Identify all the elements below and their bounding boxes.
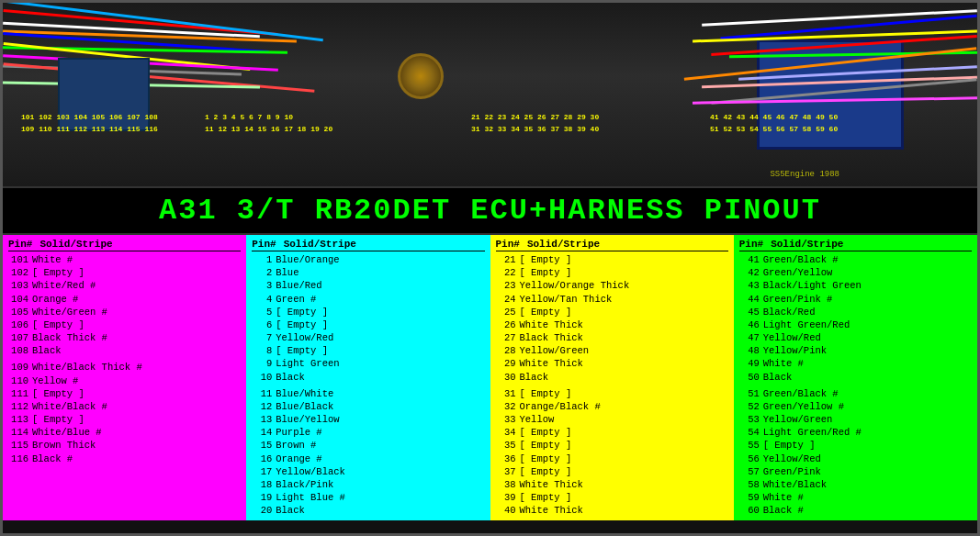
table-row: 19Light Blue # [252, 491, 484, 504]
wire-description: [ Empty ] [520, 306, 728, 318]
table-row: 46Light Green/Red [739, 318, 972, 331]
pin-number: 1 [252, 253, 272, 266]
wire-description: White Thick [520, 357, 728, 370]
table-row: 26White Thick [496, 318, 728, 331]
wire-description: [ Empty ] [32, 318, 241, 331]
pin-number: 22 [496, 266, 516, 279]
table-row: 35[ Empty ] [496, 439, 728, 452]
column-header: Pin#Solid/Stripe [8, 239, 241, 250]
wire-description: [ Empty ] [520, 426, 728, 439]
pin-number: 103 [8, 279, 28, 292]
pin-number: 60 [739, 504, 760, 517]
wire-description: Yellow/Orange Thick [520, 279, 728, 292]
watermark: SS5Engine 1988 [770, 170, 839, 179]
pin-number: 11 [252, 387, 272, 400]
table-row: 30Black [496, 371, 728, 384]
wire-description: Orange/Black # [520, 400, 728, 413]
wire-description: Yellow/Black [276, 465, 484, 478]
pin-number: 36 [496, 452, 516, 465]
pin-number: 43 [739, 279, 760, 292]
wire-description: Black/Pink [276, 478, 484, 491]
pin-number: 26 [496, 318, 516, 331]
pin-number: 109 [8, 361, 28, 374]
pin-number: 52 [739, 400, 760, 413]
table-row: 55[ Empty ] [739, 439, 972, 452]
table-row: 51Green/Black # [739, 387, 972, 400]
wire-description: White Thick [520, 478, 728, 491]
pin-number: 101 [8, 253, 28, 266]
pin-number: 17 [252, 465, 272, 478]
table-row: 53Yellow/Green [739, 413, 972, 426]
pin-label-11-20: 11 12 13 14 15 16 17 18 19 20 [205, 125, 332, 133]
wire-description: White/Black # [32, 400, 241, 413]
pin-number: 110 [8, 374, 28, 387]
column-header: Pin#Solid/Stripe [252, 239, 484, 250]
pin-number: 35 [496, 439, 516, 452]
table-row: 50Black [739, 371, 972, 384]
table-row: 36[ Empty ] [496, 452, 728, 465]
wire-description: [ Empty ] [32, 387, 241, 400]
pin-column-col1: Pin#Solid/Stripe101White #102[ Empty ]10… [3, 235, 246, 520]
pin-number: 59 [739, 491, 760, 504]
pin-number: 7 [252, 331, 272, 344]
pin-number: 49 [739, 357, 760, 370]
table-row: 60Black # [739, 504, 972, 517]
pin-number: 57 [739, 465, 760, 478]
wire-description: White # [763, 491, 972, 504]
col-header-wire: Solid/Stripe [771, 239, 972, 250]
pin-label-21-30: 21 22 23 24 25 26 27 28 29 30 [471, 113, 599, 121]
pin-number: 2 [252, 266, 272, 279]
table-row: 12Blue/Black [252, 400, 484, 413]
table-row: 32Orange/Black # [496, 400, 728, 413]
wire-description: Yellow/Green [520, 344, 728, 357]
wire-description: Orange # [276, 452, 484, 465]
table-row: 1Blue/Orange [252, 253, 484, 266]
pin-number: 114 [8, 426, 28, 439]
table-row: 40White Thick [496, 504, 728, 517]
pin-number: 19 [252, 491, 272, 504]
wire-description: White # [763, 357, 972, 370]
wire-description: Black [276, 371, 484, 384]
pin-number: 34 [496, 426, 516, 439]
wire-description: Yellow/Pink [763, 344, 972, 357]
table-row: 14Purple # [252, 426, 484, 439]
table-row: 31[ Empty ] [496, 387, 728, 400]
pin-number: 53 [739, 413, 760, 426]
table-row: 107Black Thick # [8, 331, 241, 344]
pin-number: 12 [252, 400, 272, 413]
wire-description: Green/Yellow # [763, 400, 972, 413]
pin-number: 21 [496, 253, 516, 266]
table-row: 7Yellow/Red [252, 331, 484, 344]
pin-number: 115 [8, 439, 28, 452]
wire-description: Black/Light Green [763, 279, 972, 292]
table-row: 57Green/Pink [739, 465, 972, 478]
wire-description: Black Thick [520, 331, 728, 344]
table-row: 47Yellow/Red [739, 331, 972, 344]
pin-number: 9 [252, 357, 272, 370]
wire-description: White # [32, 253, 241, 266]
table-row: 49White # [739, 357, 972, 370]
table-row: 58White/Black [739, 478, 972, 491]
wire-description: Black [763, 371, 972, 384]
wire-description: Blue/White [276, 387, 484, 400]
wire-description: Black Thick # [32, 331, 241, 344]
wire-description: Green/Pink # [763, 293, 972, 306]
pin-number: 13 [252, 413, 272, 426]
table-row: 111[ Empty ] [8, 387, 241, 400]
table-row: 20Black [252, 504, 484, 517]
wire-description: Yellow # [32, 374, 241, 387]
wire-description: White/Red # [32, 279, 241, 292]
column-divider [8, 251, 241, 251]
table-row: 114White/Blue # [8, 426, 241, 439]
table-row: 113[ Empty ] [8, 413, 241, 426]
table-row: 39[ Empty ] [496, 491, 728, 504]
pin-number: 107 [8, 331, 28, 344]
pin-number: 50 [739, 371, 760, 384]
wire-description: Green/Yellow [763, 266, 972, 279]
pin-number: 15 [252, 439, 272, 452]
wire-description: Black [32, 344, 241, 357]
wire-description: White/Blue # [32, 426, 241, 439]
wire-description: Brown Thick [32, 439, 241, 452]
pin-number: 20 [252, 504, 272, 517]
pin-number: 45 [739, 306, 760, 318]
